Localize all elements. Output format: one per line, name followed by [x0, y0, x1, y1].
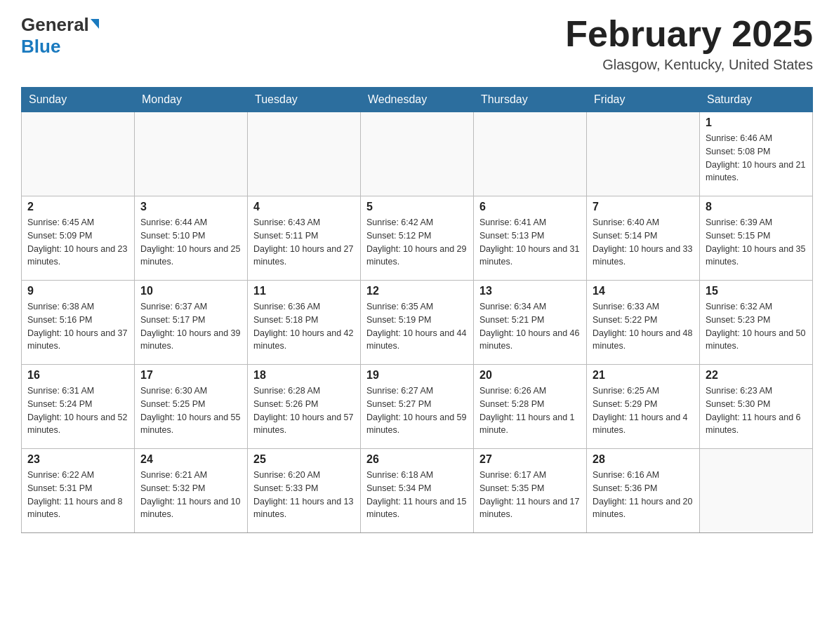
- calendar-cell: 10Sunrise: 6:37 AMSunset: 5:17 PMDayligh…: [135, 281, 248, 365]
- day-info: Sunrise: 6:41 AMSunset: 5:13 PMDaylight:…: [479, 216, 581, 269]
- title-area: February 2025 Glasgow, Kentucky, United …: [565, 14, 813, 73]
- day-info: Sunrise: 6:31 AMSunset: 5:24 PMDaylight:…: [27, 384, 128, 437]
- calendar-cell: 11Sunrise: 6:36 AMSunset: 5:18 PMDayligh…: [248, 281, 361, 365]
- day-number: 23: [27, 453, 128, 466]
- day-number: 26: [366, 453, 468, 466]
- calendar-week-row: 23Sunrise: 6:22 AMSunset: 5:31 PMDayligh…: [22, 449, 813, 533]
- day-info: Sunrise: 6:46 AMSunset: 5:08 PMDaylight:…: [706, 132, 807, 185]
- page-header: General Blue February 2025 Glasgow, Kent…: [21, 14, 813, 73]
- calendar-header-wednesday: Wednesday: [361, 88, 474, 112]
- calendar-cell: [587, 112, 700, 196]
- day-number: 8: [706, 201, 807, 213]
- day-info: Sunrise: 6:44 AMSunset: 5:10 PMDaylight:…: [140, 216, 241, 269]
- day-number: 7: [593, 201, 694, 213]
- calendar-cell: 28Sunrise: 6:16 AMSunset: 5:36 PMDayligh…: [587, 449, 700, 533]
- day-info: Sunrise: 6:40 AMSunset: 5:14 PMDaylight:…: [593, 216, 694, 269]
- month-title: February 2025: [565, 14, 813, 54]
- day-info: Sunrise: 6:28 AMSunset: 5:26 PMDaylight:…: [253, 384, 355, 437]
- day-info: Sunrise: 6:16 AMSunset: 5:36 PMDaylight:…: [593, 469, 694, 521]
- calendar-cell: 8Sunrise: 6:39 AMSunset: 5:15 PMDaylight…: [700, 196, 813, 281]
- day-number: 28: [593, 453, 694, 466]
- calendar-cell: 7Sunrise: 6:40 AMSunset: 5:14 PMDaylight…: [587, 196, 700, 281]
- day-number: 25: [253, 453, 355, 466]
- day-number: 15: [706, 285, 807, 297]
- calendar-cell: 16Sunrise: 6:31 AMSunset: 5:24 PMDayligh…: [22, 365, 135, 449]
- calendar-cell: 20Sunrise: 6:26 AMSunset: 5:28 PMDayligh…: [474, 365, 587, 449]
- day-info: Sunrise: 6:21 AMSunset: 5:32 PMDaylight:…: [140, 469, 241, 521]
- day-info: Sunrise: 6:35 AMSunset: 5:19 PMDaylight:…: [366, 300, 468, 353]
- calendar-week-row: 9Sunrise: 6:38 AMSunset: 5:16 PMDaylight…: [22, 281, 813, 365]
- day-number: 14: [593, 285, 694, 297]
- calendar-cell: [248, 112, 361, 196]
- day-info: Sunrise: 6:43 AMSunset: 5:11 PMDaylight:…: [253, 216, 355, 269]
- calendar-cell: 27Sunrise: 6:17 AMSunset: 5:35 PMDayligh…: [474, 449, 587, 533]
- calendar-cell: 6Sunrise: 6:41 AMSunset: 5:13 PMDaylight…: [474, 196, 587, 281]
- logo-arrow-icon: [91, 19, 99, 29]
- logo: General Blue: [21, 14, 99, 58]
- day-info: Sunrise: 6:37 AMSunset: 5:17 PMDaylight:…: [140, 300, 241, 353]
- calendar-header-sunday: Sunday: [22, 88, 135, 112]
- calendar-cell: 17Sunrise: 6:30 AMSunset: 5:25 PMDayligh…: [135, 365, 248, 449]
- calendar-cell: 4Sunrise: 6:43 AMSunset: 5:11 PMDaylight…: [248, 196, 361, 281]
- day-number: 5: [366, 201, 468, 213]
- logo-general: General: [21, 14, 89, 36]
- calendar-header-row: SundayMondayTuesdayWednesdayThursdayFrid…: [22, 88, 813, 112]
- day-number: 4: [253, 201, 355, 213]
- calendar-header-monday: Monday: [135, 88, 248, 112]
- day-info: Sunrise: 6:36 AMSunset: 5:18 PMDaylight:…: [253, 300, 355, 353]
- calendar-cell: 18Sunrise: 6:28 AMSunset: 5:26 PMDayligh…: [248, 365, 361, 449]
- day-number: 3: [140, 201, 241, 213]
- day-number: 11: [253, 285, 355, 297]
- calendar-cell: 21Sunrise: 6:25 AMSunset: 5:29 PMDayligh…: [587, 365, 700, 449]
- day-info: Sunrise: 6:33 AMSunset: 5:22 PMDaylight:…: [593, 300, 694, 353]
- location: Glasgow, Kentucky, United States: [565, 57, 813, 73]
- calendar-cell: 26Sunrise: 6:18 AMSunset: 5:34 PMDayligh…: [361, 449, 474, 533]
- day-number: 24: [140, 453, 241, 466]
- logo-text: General: [21, 14, 99, 36]
- day-number: 18: [253, 369, 355, 382]
- day-number: 27: [479, 453, 581, 466]
- calendar-cell: [22, 112, 135, 196]
- day-info: Sunrise: 6:20 AMSunset: 5:33 PMDaylight:…: [253, 469, 355, 521]
- calendar-week-row: 16Sunrise: 6:31 AMSunset: 5:24 PMDayligh…: [22, 365, 813, 449]
- day-info: Sunrise: 6:38 AMSunset: 5:16 PMDaylight:…: [27, 300, 128, 353]
- calendar-header-thursday: Thursday: [474, 88, 587, 112]
- day-number: 17: [140, 369, 241, 382]
- calendar-cell: 1Sunrise: 6:46 AMSunset: 5:08 PMDaylight…: [700, 112, 813, 196]
- day-number: 16: [27, 369, 128, 382]
- calendar-header-tuesday: Tuesday: [248, 88, 361, 112]
- calendar-cell: 23Sunrise: 6:22 AMSunset: 5:31 PMDayligh…: [22, 449, 135, 533]
- day-number: 9: [27, 285, 128, 297]
- day-number: 10: [140, 285, 241, 297]
- calendar-week-row: 1Sunrise: 6:46 AMSunset: 5:08 PMDaylight…: [22, 112, 813, 196]
- day-number: 1: [706, 116, 807, 129]
- calendar-cell: [474, 112, 587, 196]
- day-number: 13: [479, 285, 581, 297]
- day-info: Sunrise: 6:34 AMSunset: 5:21 PMDaylight:…: [479, 300, 581, 353]
- calendar-cell: [135, 112, 248, 196]
- day-info: Sunrise: 6:32 AMSunset: 5:23 PMDaylight:…: [706, 300, 807, 353]
- day-number: 22: [706, 369, 807, 382]
- day-info: Sunrise: 6:42 AMSunset: 5:12 PMDaylight:…: [366, 216, 468, 269]
- day-number: 12: [366, 285, 468, 297]
- logo-blue-text: Blue: [21, 36, 60, 58]
- calendar-cell: 25Sunrise: 6:20 AMSunset: 5:33 PMDayligh…: [248, 449, 361, 533]
- calendar-cell: 2Sunrise: 6:45 AMSunset: 5:09 PMDaylight…: [22, 196, 135, 281]
- calendar-header-saturday: Saturday: [700, 88, 813, 112]
- day-info: Sunrise: 6:18 AMSunset: 5:34 PMDaylight:…: [366, 469, 468, 521]
- calendar-table: SundayMondayTuesdayWednesdayThursdayFrid…: [21, 87, 813, 533]
- calendar-header-friday: Friday: [587, 88, 700, 112]
- calendar-cell: 15Sunrise: 6:32 AMSunset: 5:23 PMDayligh…: [700, 281, 813, 365]
- day-info: Sunrise: 6:27 AMSunset: 5:27 PMDaylight:…: [366, 384, 468, 437]
- calendar-cell: 5Sunrise: 6:42 AMSunset: 5:12 PMDaylight…: [361, 196, 474, 281]
- calendar-cell: 3Sunrise: 6:44 AMSunset: 5:10 PMDaylight…: [135, 196, 248, 281]
- calendar-cell: 9Sunrise: 6:38 AMSunset: 5:16 PMDaylight…: [22, 281, 135, 365]
- day-number: 6: [479, 201, 581, 213]
- day-number: 19: [366, 369, 468, 382]
- calendar-cell: 22Sunrise: 6:23 AMSunset: 5:30 PMDayligh…: [700, 365, 813, 449]
- calendar-cell: [361, 112, 474, 196]
- day-info: Sunrise: 6:25 AMSunset: 5:29 PMDaylight:…: [593, 384, 694, 437]
- day-info: Sunrise: 6:23 AMSunset: 5:30 PMDaylight:…: [706, 384, 807, 437]
- day-info: Sunrise: 6:26 AMSunset: 5:28 PMDaylight:…: [479, 384, 581, 437]
- calendar-cell: 19Sunrise: 6:27 AMSunset: 5:27 PMDayligh…: [361, 365, 474, 449]
